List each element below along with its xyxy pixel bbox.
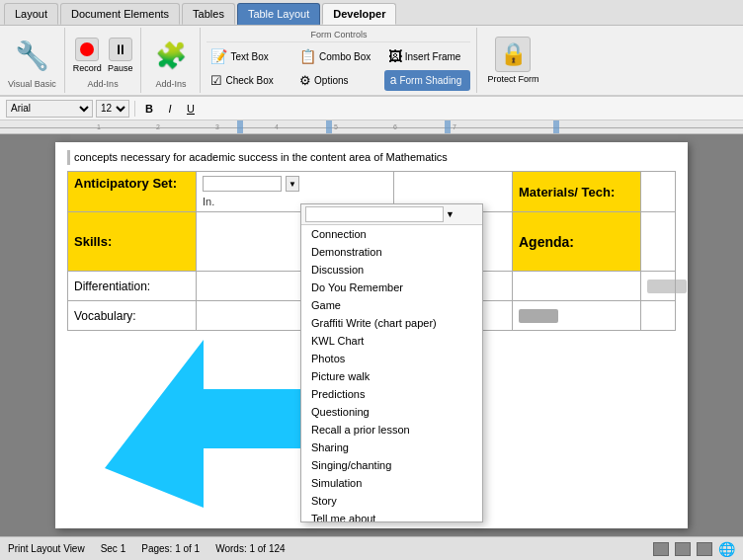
dropdown-item[interactable]: Recall a prior lesson <box>301 421 482 439</box>
visual-basic-icon[interactable]: 🔧 <box>15 40 49 72</box>
intro-text: concepts necessary for academic success … <box>67 150 676 165</box>
font-size-select[interactable]: 12 <box>96 100 129 118</box>
dropdown-item[interactable]: Graffiti Write (chart paper) <box>301 314 482 332</box>
view-outline-btn[interactable] <box>675 542 691 556</box>
dropdown-item[interactable]: Connection <box>301 225 482 243</box>
protect-form-label: Protect Form <box>487 74 538 84</box>
dropdown-list: ConnectionDemonstrationDiscussionDo You … <box>301 225 482 521</box>
agenda-cell: Agenda: <box>513 212 641 272</box>
earth-icon[interactable]: 🌐 <box>718 541 735 557</box>
materials-content-cell <box>641 172 676 212</box>
dropdown-item[interactable]: Photos <box>301 350 482 367</box>
tab-document-elements[interactable]: Document Elements <box>60 3 180 25</box>
record-label: Record <box>73 63 102 73</box>
toolbar-vba-label: Visual Basic <box>8 79 56 89</box>
dropdown-item[interactable]: Discussion <box>301 261 482 279</box>
dropdown-item[interactable]: Demonstration <box>301 243 482 261</box>
view-normal-btn[interactable] <box>653 542 669 556</box>
vocab-content-4[interactable] <box>641 301 676 331</box>
toolbar-addins2-label: Add-Ins <box>155 79 186 89</box>
pause-button[interactable]: ⏸ Pause <box>108 38 133 73</box>
diff-content-3[interactable] <box>513 272 641 301</box>
dropdown-item[interactable]: Simulation <box>301 474 482 492</box>
dropdown-menu-header[interactable]: ▼ <box>301 204 482 225</box>
differentiation-cell: Differentiation: <box>68 272 197 301</box>
record-icon <box>75 38 99 61</box>
insert-frame-button[interactable]: 🖼 Insert Frame <box>384 45 471 68</box>
text-box-button[interactable]: 📝 Text Box <box>206 45 293 68</box>
text-box-label: Text Box <box>230 51 268 62</box>
tab-layout[interactable]: Layout <box>4 3 58 25</box>
insert-frame-label: Insert Frame <box>405 51 461 62</box>
materials-tech-cell: Materials/ Tech: <box>513 172 641 212</box>
form-controls-label: Form Controls <box>206 30 470 42</box>
dropdown-header-arrow: ▼ <box>446 209 454 219</box>
font-toolbar: Arial 12 B I U <box>0 97 743 120</box>
vocabulary-cell: Vocabulary: <box>68 301 197 331</box>
toolbar-group-vba: 🔧 Visual Basic <box>0 28 65 93</box>
options-button[interactable]: ⚙ Options <box>295 70 382 92</box>
bold-button[interactable]: B <box>140 100 158 118</box>
dropdown-item[interactable]: Predictions <box>301 385 482 403</box>
underline-button[interactable]: U <box>182 100 200 118</box>
check-box-label: Check Box <box>225 75 273 86</box>
pause-icon: ⏸ <box>109 38 132 61</box>
dropdown-search[interactable] <box>305 206 444 222</box>
tab-table-layout[interactable]: Table Layout <box>237 3 320 25</box>
options-label: Options <box>314 75 348 86</box>
pause-label: Pause <box>108 63 133 73</box>
protect-form-icon: 🔒 <box>495 37 531 72</box>
dropdown-item[interactable]: Do You Remember <box>301 279 482 296</box>
dropdown-item[interactable]: Picture walk <box>301 367 482 385</box>
section-label: Sec 1 <box>101 543 126 554</box>
toolbar-form-controls: Form Controls 📝 Text Box 📋 Combo Box 🖼 I… <box>201 28 477 93</box>
main-toolbar: 🔧 Visual Basic Record ⏸ Pause Add-Ins 🧩 … <box>0 26 743 97</box>
combo-box-icon: 📋 <box>299 48 316 64</box>
agenda-content[interactable] <box>641 212 676 272</box>
text-box-icon: 📝 <box>210 48 227 64</box>
font-name-select[interactable]: Arial <box>6 100 93 118</box>
view-layout-btn[interactable] <box>697 542 712 556</box>
diff-content-4[interactable] <box>641 272 676 301</box>
form-shading-icon: a <box>390 73 397 87</box>
combo-box-button[interactable]: 📋 Combo Box <box>295 45 382 68</box>
protect-form-button[interactable]: 🔒 Protect Form <box>487 37 538 84</box>
ribbon-tabs: Layout Document Elements Tables Table La… <box>0 0 743 26</box>
vocab-content-3[interactable] <box>513 301 641 331</box>
form-shading-label: Form Shading <box>399 75 461 86</box>
dropdown-item[interactable]: Questioning <box>301 403 482 421</box>
dropdown-input[interactable] <box>203 176 282 192</box>
toolbar-group-record: Record ⏸ Pause Add-Ins <box>65 28 142 93</box>
toolbar-group-addins: 🧩 Add-Ins <box>141 28 201 93</box>
dropdown-menu: ▼ ConnectionDemonstrationDiscussionDo Yo… <box>300 203 483 522</box>
italic-button[interactable]: I <box>161 100 179 118</box>
record-button[interactable]: Record <box>73 38 102 73</box>
form-shading-button[interactable]: a Form Shading <box>384 70 471 92</box>
tab-tables[interactable]: Tables <box>182 3 235 25</box>
insert-frame-icon: 🖼 <box>388 48 402 64</box>
document-page: concepts necessary for academic success … <box>55 142 688 528</box>
dropdown-arrow-btn[interactable]: ▼ <box>286 176 299 192</box>
combo-box-label: Combo Box <box>319 51 371 62</box>
dropdown-item[interactable]: Story <box>301 492 482 510</box>
dropdown-item[interactable]: KWL Chart <box>301 332 482 350</box>
skills-cell: Skills: <box>68 212 197 272</box>
cyan-arrow-overlay <box>105 340 322 511</box>
options-icon: ⚙ <box>299 73 311 88</box>
view-label: Print Layout View <box>8 543 85 554</box>
tab-developer[interactable]: Developer <box>322 3 396 25</box>
dropdown-item[interactable]: Sharing <box>301 439 482 456</box>
dropdown-item[interactable]: Game <box>301 296 482 314</box>
words-label: Words: 1 of 124 <box>215 543 285 554</box>
toolbar-group-protect: 🔒 Protect Form <box>477 28 548 93</box>
toolbar-addins-label: Add-Ins <box>88 79 119 89</box>
svg-marker-0 <box>105 340 322 508</box>
addins-icon[interactable]: 🧩 <box>155 40 187 71</box>
document-area: concepts necessary for academic success … <box>0 134 743 536</box>
anticipatory-set-cell: Anticipatory Set: <box>68 172 197 212</box>
dropdown-item[interactable]: Singing/chanting <box>301 456 482 474</box>
dropdown-item[interactable]: Tell me about <box>301 510 482 521</box>
ruler: 1 2 3 4 5 6 7 <box>0 120 743 134</box>
status-bar: Print Layout View Sec 1 Pages: 1 of 1 Wo… <box>0 536 743 560</box>
check-box-button[interactable]: ☑ Check Box <box>206 70 293 92</box>
